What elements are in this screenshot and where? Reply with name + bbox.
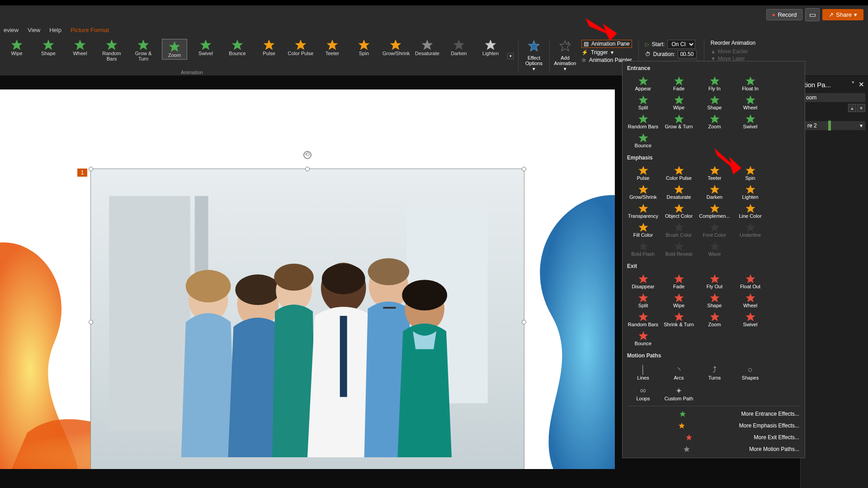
svg-marker-68: [639, 275, 648, 283]
dd-item-fade[interactable]: Fade: [661, 74, 697, 93]
dd-item-appear[interactable]: Appear: [625, 74, 661, 93]
dd-item-fly-out[interactable]: Fly Out: [697, 272, 732, 291]
move-up-button[interactable]: ▲: [848, 104, 856, 112]
svg-marker-13: [422, 40, 432, 50]
dd-item-turns[interactable]: ⤴Turns: [697, 361, 732, 382]
svg-marker-38: [710, 77, 719, 85]
resize-handle-tc[interactable]: [305, 167, 310, 171]
tab-view[interactable]: View: [28, 27, 40, 33]
dd-item-fill-color[interactable]: Fill Color: [625, 221, 661, 239]
dd-item-color-pulse[interactable]: Color Pulse: [661, 164, 697, 183]
gallery-more-button[interactable]: ▾: [507, 53, 514, 59]
anim-gallery-random-bars[interactable]: Random Bars: [99, 39, 125, 61]
dd-item-lines[interactable]: │Lines: [625, 361, 661, 382]
chevron-down-icon[interactable]: ▾: [860, 122, 863, 129]
dd-item-wheel[interactable]: Wheel: [732, 93, 768, 112]
dd-link-1[interactable]: More Emphasis Effects...: [623, 420, 805, 432]
dd-item-swivel[interactable]: Swivel: [732, 310, 768, 329]
slideshow-button[interactable]: ▭: [805, 8, 820, 21]
dd-item-loops[interactable]: ∞Loops: [625, 382, 661, 403]
anim-gallery-teeter[interactable]: Teeter: [319, 39, 345, 56]
dd-item-line-color[interactable]: Line Color: [732, 202, 768, 221]
dd-link-2[interactable]: More Exit Effects...: [623, 432, 805, 443]
anim-gallery-grow---turn[interactable]: Grow & Turn: [130, 39, 156, 61]
dd-item-wheel[interactable]: Wheel: [732, 291, 768, 310]
svg-marker-41: [675, 96, 684, 104]
resize-handle-ml[interactable]: [89, 320, 93, 324]
effect-options-label: Effect Options: [521, 55, 547, 66]
dd-item-random-bars[interactable]: Random Bars: [625, 112, 661, 131]
tab-picture-format[interactable]: Picture Format: [71, 27, 109, 33]
anim-gallery-grow-shrink[interactable]: Grow/Shrink: [382, 39, 409, 56]
dd-item-complemen---[interactable]: Complemen...: [697, 202, 732, 221]
anim-gallery-bounce[interactable]: Bounce: [224, 39, 250, 56]
dd-item-shape[interactable]: Shape: [697, 93, 732, 112]
dd-item-zoom[interactable]: Zoom: [697, 112, 732, 131]
close-icon[interactable]: ✕: [859, 80, 864, 89]
dd-item-desaturate[interactable]: Desaturate: [661, 183, 697, 202]
anim-gallery-wheel[interactable]: Wheel: [67, 39, 93, 56]
pane-play-row[interactable]: oom: [803, 93, 865, 102]
dd-item-grow---turn[interactable]: Grow & Turn: [661, 112, 697, 131]
svg-marker-12: [390, 40, 401, 50]
dd-link-0[interactable]: More Entrance Effects...: [623, 408, 805, 420]
dd-item-split[interactable]: Split: [625, 93, 661, 112]
anim-gallery-spin[interactable]: Spin: [351, 39, 377, 56]
anim-gallery-zoom[interactable]: Zoom: [162, 39, 187, 60]
svg-marker-58: [675, 204, 684, 212]
animation-pane-item[interactable]: re 2▾: [803, 121, 865, 130]
add-animation-button[interactable]: + Add Animation ▾: [552, 38, 578, 74]
dd-item-object-color[interactable]: Object Color: [661, 202, 697, 221]
share-button[interactable]: ↗ Share ▾: [822, 9, 863, 20]
dd-item-random-bars[interactable]: Random Bars: [625, 310, 661, 329]
dd-item-fade[interactable]: Fade: [661, 272, 697, 291]
duration-input[interactable]: [678, 50, 697, 58]
effect-options-button[interactable]: Effect Options ▾: [521, 38, 547, 74]
dd-item-zoom[interactable]: Zoom: [697, 310, 732, 329]
dd-item-transparency[interactable]: Transparency: [625, 202, 661, 221]
dd-item-shape[interactable]: Shape: [697, 291, 732, 310]
dd-link-3[interactable]: More Motion Paths...: [623, 443, 805, 455]
svg-point-32: [368, 258, 410, 285]
dd-item-bounce[interactable]: Bounce: [625, 329, 661, 348]
anim-gallery-swivel[interactable]: Swivel: [193, 39, 219, 56]
trigger-button[interactable]: ⚡ Trigger ▾: [581, 49, 632, 56]
anim-gallery-darken[interactable]: Darken: [446, 39, 472, 56]
rotation-handle[interactable]: [303, 151, 311, 159]
dd-item-wipe[interactable]: Wipe: [661, 93, 697, 112]
anim-gallery-desaturate[interactable]: Desaturate: [414, 39, 440, 56]
dd-item-pulse[interactable]: Pulse: [625, 164, 661, 183]
dd-item-float-in[interactable]: Float In: [732, 74, 768, 93]
anim-gallery-wipe[interactable]: Wipe: [4, 39, 30, 56]
resize-handle-mr[interactable]: [522, 320, 526, 324]
dd-item-disappear[interactable]: Disappear: [625, 272, 661, 291]
dd-item-arcs[interactable]: ◝Arcs: [661, 361, 697, 382]
dd-item-custom-path[interactable]: ✦Custom Path: [661, 382, 697, 403]
dd-item-darken[interactable]: Darken: [697, 183, 732, 202]
dd-item-wipe[interactable]: Wipe: [661, 291, 697, 310]
start-select[interactable]: On Click: [667, 40, 695, 49]
tab-help[interactable]: Help: [49, 27, 61, 33]
resize-handle-tr[interactable]: [522, 167, 526, 171]
animation-order-tag[interactable]: 1: [77, 169, 87, 177]
anim-gallery-shape[interactable]: Shape: [35, 39, 61, 56]
svg-marker-44: [639, 115, 648, 123]
anim-gallery-lighten[interactable]: Lighten: [477, 39, 504, 56]
dd-item-grow-shrink[interactable]: Grow/Shrink: [625, 183, 661, 202]
anim-gallery-pulse[interactable]: Pulse: [256, 39, 282, 56]
dd-item-shrink---turn[interactable]: Shrink & Turn: [661, 310, 697, 329]
dd-item-lighten[interactable]: Lighten: [732, 183, 768, 202]
dd-item-split[interactable]: Split: [625, 291, 661, 310]
dd-item-bounce[interactable]: Bounce: [625, 131, 661, 150]
resize-handle-tl[interactable]: [89, 167, 93, 171]
selected-picture[interactable]: 1: [90, 169, 524, 469]
record-button[interactable]: Record: [766, 9, 803, 20]
dd-item-shapes[interactable]: ○Shapes: [732, 361, 768, 382]
anim-gallery-color-pulse[interactable]: Color Pulse: [288, 39, 314, 56]
dd-item-float-out[interactable]: Float Out: [732, 272, 768, 291]
dd-item-fly-in[interactable]: Fly In: [697, 74, 732, 93]
tab-review[interactable]: eview: [4, 27, 19, 33]
move-down-button[interactable]: ▼: [857, 104, 865, 112]
dd-item-swivel[interactable]: Swivel: [732, 112, 768, 131]
chevron-down-icon[interactable]: ˅: [851, 80, 855, 89]
